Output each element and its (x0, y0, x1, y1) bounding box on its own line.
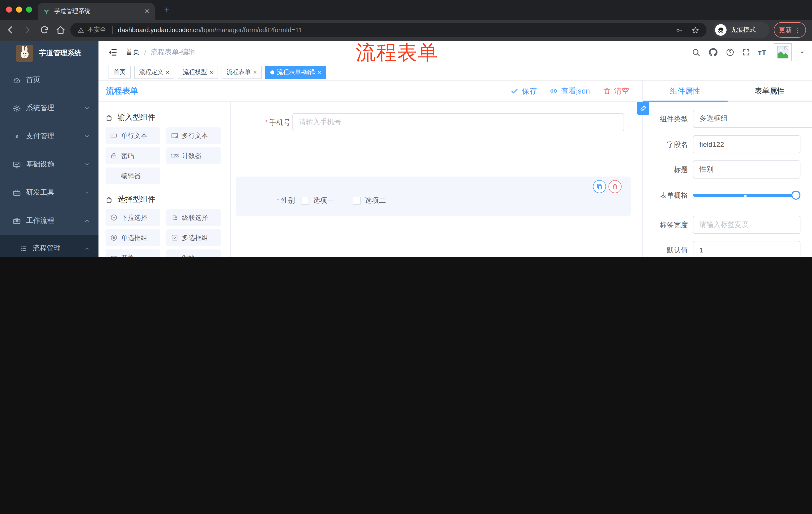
tab-component-props[interactable]: 组件属性 (643, 81, 727, 102)
action-label: 查看json (561, 86, 590, 96)
hamburger-icon[interactable] (108, 47, 118, 57)
view-json-button[interactable]: 查看json (550, 86, 590, 96)
tag-close-icon[interactable]: × (166, 69, 169, 75)
sidebar-item-process-mgmt[interactable]: 流程管理 (0, 235, 98, 257)
field-name-input[interactable]: field122 (693, 135, 801, 154)
tab-close-icon[interactable]: ✕ (144, 7, 150, 15)
breadcrumb-home[interactable]: 首页 (126, 48, 140, 57)
none-icon (110, 172, 118, 180)
tag-process-model[interactable]: 流程模型× (178, 65, 218, 79)
sidebar-item-label: 研发工具 (26, 188, 54, 197)
home-icon[interactable] (55, 25, 66, 35)
field-name-value: field122 (699, 140, 724, 148)
action-label: 保存 (522, 86, 537, 96)
checkbox-icon[interactable] (301, 197, 309, 205)
slider-ic-icon (171, 254, 178, 257)
phone-input[interactable]: 请输入手机号 (292, 113, 624, 131)
save-button[interactable]: 保存 (511, 86, 537, 96)
password-key-icon[interactable] (675, 26, 684, 34)
component-pill-counter[interactable]: 123计数器 (166, 147, 221, 164)
phone-field-label: *手机号 (231, 113, 290, 131)
sidebar-menu: 首页系统管理¥支付管理基础设施研发工具工作流程流程管理流程表单用户分组流程模型任… (0, 66, 98, 257)
zoom-window-button[interactable] (26, 6, 32, 12)
component-pill-slider[interactable]: 滑块 (166, 249, 221, 257)
avatar[interactable] (774, 43, 792, 61)
browser-toolbar: 不安全 dashboard.yudao.iocoder.cn/bpm/manag… (0, 20, 812, 41)
tag-label: 流程模型 (183, 68, 207, 77)
reload-icon[interactable] (39, 25, 50, 35)
component-type-label: 组件类型 (643, 110, 688, 128)
incognito-label: 无痕模式 (731, 26, 756, 34)
pill-label: 多行文本 (182, 131, 208, 140)
font-size-icon[interactable]: тT (758, 48, 766, 57)
designer-actions: 保存查看json清空 (511, 81, 629, 101)
designer-title: 流程表单 (106, 81, 138, 101)
sidebar-item-payment[interactable]: ¥支付管理 (0, 122, 98, 151)
gender-option-2[interactable]: 选项二 (353, 196, 386, 205)
gender-option-1[interactable]: 选项一 (301, 196, 334, 205)
breadcrumb: 首页 / 流程表单-编辑 (126, 41, 195, 64)
sidebar-item-home[interactable]: 首页 (0, 66, 98, 94)
clear-button[interactable]: 清空 (603, 86, 629, 96)
browser-tab[interactable]: 芋道管理系统 ✕ (38, 3, 155, 20)
component-pill-password[interactable]: 密码 (106, 147, 160, 164)
group-title-input-components: 输入型组件 (106, 113, 230, 122)
back-icon[interactable] (5, 25, 16, 35)
tag-home[interactable]: 首页 (109, 65, 130, 79)
check-icon (511, 87, 519, 95)
component-pill-single-line-text[interactable]: 单行文本 (106, 127, 160, 144)
slider-handle[interactable] (791, 191, 801, 200)
component-pill-checkbox-group[interactable]: 多选框组 (166, 229, 221, 246)
tag-label: 首页 (114, 68, 126, 77)
sidebar-item-label: 基础设施 (26, 160, 54, 169)
browser-tabstrip: 芋道管理系统 ✕ + (0, 0, 812, 20)
tag-process-def[interactable]: 流程定义× (134, 65, 174, 79)
sidebar: 芋道管理系统 首页系统管理¥支付管理基础设施研发工具工作流程流程管理流程表单用户… (0, 41, 98, 257)
component-pill-switch[interactable]: 开关 (106, 249, 160, 257)
sidebar-item-system[interactable]: 系统管理 (0, 94, 98, 122)
fullscreen-icon[interactable] (743, 48, 750, 56)
help-icon[interactable] (726, 48, 735, 57)
component-pill-cascader[interactable]: 级联选择 (166, 209, 221, 226)
tag-close-icon[interactable]: × (209, 69, 213, 75)
bookmark-star-icon[interactable] (691, 26, 699, 34)
component-type-select[interactable]: 多选框组 (693, 110, 812, 128)
copy-component-button[interactable] (593, 180, 606, 193)
title-input[interactable]: 性别 (693, 160, 801, 179)
selected-component-block[interactable]: *性别 选项一选项二 (236, 177, 631, 216)
sidebar-item-workflow[interactable]: 工作流程 (0, 207, 98, 235)
tag-close-icon[interactable]: × (253, 69, 257, 75)
component-pill-select[interactable]: 下拉选择 (106, 209, 160, 226)
sidebar-item-label: 支付管理 (26, 132, 54, 141)
pill-label: 下拉选择 (121, 213, 147, 222)
tag-close-icon[interactable]: × (318, 69, 321, 75)
browser-menu-dots-icon[interactable] (794, 26, 801, 33)
tag-process-form-edit[interactable]: 流程表单-编辑× (265, 65, 326, 79)
counter-icon: 123 (171, 152, 178, 159)
tags-bar: 首页流程定义×流程模型×流程表单×流程表单-编辑× (98, 64, 812, 81)
delete-component-button[interactable] (609, 180, 621, 193)
checkbox-icon[interactable] (353, 197, 361, 205)
address-bar[interactable]: 不安全 dashboard.yudao.iocoder.cn/bpm/manag… (70, 23, 706, 37)
sidebar-item-devtools[interactable]: 研发工具 (0, 179, 98, 207)
close-window-button[interactable] (6, 6, 12, 12)
tag-process-form[interactable]: 流程表单× (222, 65, 262, 79)
forward-icon[interactable] (22, 25, 33, 35)
group-title-label: 输入型组件 (118, 113, 155, 122)
checkbox-icon (171, 234, 178, 241)
sidebar-item-infra[interactable]: 基础设施 (0, 151, 98, 179)
tab-form-props[interactable]: 表单属性 (727, 81, 812, 102)
browser-update-button[interactable]: 更新 (774, 22, 806, 38)
component-pill-editor[interactable]: 编辑器 (106, 167, 160, 184)
component-pill-multi-line-text[interactable]: 多行文本 (166, 127, 221, 144)
default-value-input[interactable]: 1 (693, 241, 801, 257)
github-icon[interactable] (708, 47, 718, 57)
label-width-input[interactable]: 请输入标签宽度 (693, 216, 801, 234)
search-icon[interactable] (692, 48, 701, 57)
chevron-down-icon[interactable] (800, 50, 805, 55)
incognito-badge: 无痕模式 (713, 22, 769, 38)
header-actions: тT (692, 41, 805, 64)
component-pill-radio-group[interactable]: 单选框组 (106, 229, 160, 246)
new-tab-button[interactable]: + (161, 4, 173, 16)
minimize-window-button[interactable] (16, 6, 22, 12)
